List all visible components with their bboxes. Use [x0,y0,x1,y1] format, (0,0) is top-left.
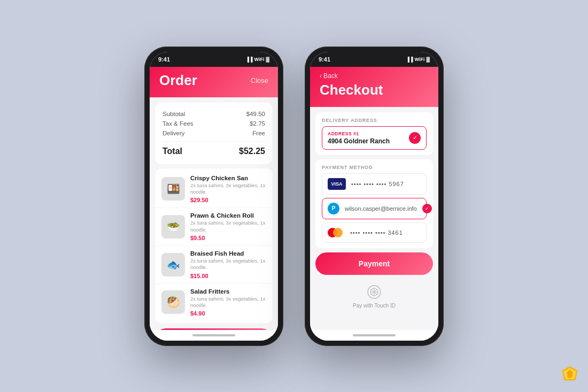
order-header: Order Close [150,67,278,97]
payment-method-visa[interactable]: VISA •••• •••• •••• 5967 [322,173,427,195]
item-name-1: Crispy Chicken San [190,175,266,181]
item-info-4: Salad Fritters 2x tuna sahimi, 3x vegeta… [190,288,266,317]
mastercard-icon [328,227,345,238]
tax-value: $2.75 [250,120,265,127]
touch-id-label: Pay with Touch ID [353,303,396,309]
phone-order: 9:41 ▐▐WiFi▓ Order Close Subtotal $49.50 [144,47,283,346]
subtotal-label: Subtotal [163,111,185,117]
address-details: ADDRESS #1 4904 Goldner Ranch [328,131,390,145]
back-button[interactable]: ‹ Back [320,72,429,80]
notch-area: 9:41 ▐▐WiFi▓ [150,52,278,67]
phone-checkout: 9:41 ▐▐WiFi▓ ‹ Back Checkout DELIVERY AD… [305,47,444,346]
mastercard-number: •••• •••• •••• 3461 [350,229,421,236]
status-icons-2: ▐▐WiFi▓ [406,57,430,62]
notch-area-2: 9:41 ▐▐WiFi▓ [310,52,438,67]
item-desc-1: 2x tuna sahimi, 3x vegetables, 1x noodle… [190,182,266,196]
delivery-section-label: DELIVERY ADDRESS [322,118,427,123]
address-check-icon: ✓ [409,132,421,144]
paypal-check-icon: ✓ [422,204,432,213]
address-tag: ADDRESS #1 [328,131,390,136]
notch-2 [347,52,401,63]
item-desc-4: 2x tuna sahimi, 3x vegetables, 1x noodle… [190,296,266,309]
payment-method-mastercard[interactable]: •••• •••• •••• 3461 [322,222,427,243]
item-price-1: $29.50 [190,197,266,203]
payment-method-paypal[interactable]: P wilson.casper@bernice.info ✓ [322,198,427,219]
touch-id-area[interactable]: Pay with Touch ID [315,279,433,311]
item-name-4: Salad Fritters [190,288,266,295]
home-indicator-2 [310,330,438,341]
order-item: 🐟 Braised Fish Head 2x tuna sahimi, 3x v… [155,246,273,284]
order-item: 🥗 Prawn & Chicken Roll 2x tuna sahimi, 3… [155,208,273,246]
notch [187,52,241,63]
total-value: $52.25 [239,147,265,156]
mc-yellow-circle [333,228,343,237]
payment-button[interactable]: Payment [315,252,433,275]
sketch-icon [561,365,578,382]
touch-id-icon [366,283,383,301]
home-indicator-1 [150,330,278,341]
item-name-2: Prawn & Chicken Roll [190,212,266,219]
tax-row: Tax & Fees $2.75 [163,119,265,128]
chevron-left-icon: ‹ [320,72,322,80]
visa-number: •••• •••• •••• 5967 [351,181,421,187]
total-row: Total $52.25 [163,145,265,158]
home-bar-2 [353,334,396,336]
item-desc-2: 2x tuna sahimi, 3x vegetables, 1x noodle… [190,220,266,233]
items-card: 🍱 Crispy Chicken San 2x tuna sahimi, 3x … [155,168,273,324]
delivery-label: Delivery [163,130,185,136]
item-image-2: 🥗 [161,215,185,239]
paypal-email: wilson.casper@bernice.info [345,205,417,212]
total-label: Total [163,147,182,156]
checkout-content: DELIVERY ADDRESS ADDRESS #1 4904 Goldner… [310,107,438,330]
status-time-2: 9:41 [319,56,330,63]
item-info-2: Prawn & Chicken Roll 2x tuna sahimi, 3x … [190,212,266,241]
item-image-3: 🐟 [161,253,185,276]
payment-section-label: PAYMENT METHOD [322,165,427,170]
order-content: Subtotal $49.50 Tax & Fees $2.75 Deliver… [150,97,278,330]
checkout-title: Checkout [320,82,383,98]
delivery-section: DELIVERY ADDRESS ADDRESS #1 4904 Goldner… [315,112,433,155]
summary-card: Subtotal $49.50 Tax & Fees $2.75 Deliver… [155,103,273,164]
item-image-1: 🍱 [161,177,185,201]
item-price-2: $9.50 [190,235,266,241]
item-info-1: Crispy Chicken San 2x tuna sahimi, 3x ve… [190,175,266,204]
status-time-1: 9:41 [158,56,170,63]
paypal-icon: P [328,203,339,214]
divider [163,141,265,142]
address-box[interactable]: ADDRESS #1 4904 Goldner Ranch ✓ [322,126,427,150]
order-item: 🍱 Crispy Chicken San 2x tuna sahimi, 3x … [155,171,273,209]
payment-section: PAYMENT METHOD VISA •••• •••• •••• 5967 … [315,159,433,248]
item-price-3: $15.00 [190,273,266,279]
address-value: 4904 Goldner Ranch [328,137,390,145]
order-item: 🥙 Salad Fritters 2x tuna sahimi, 3x vege… [155,284,273,321]
order-title: Order [159,72,197,89]
item-name-3: Braised Fish Head [190,250,266,257]
status-icons-1: ▐▐WiFi▓ [246,57,269,62]
close-button[interactable]: Close [251,76,268,84]
delivery-row: Delivery Free [163,128,265,138]
checkout-area: Checkout [150,323,278,329]
delivery-value: Free [252,130,265,136]
tax-label: Tax & Fees [163,120,194,127]
item-price-4: $4.90 [190,310,266,317]
visa-icon: VISA [328,178,346,190]
checkout-header: ‹ Back Checkout [310,67,438,107]
item-image-4: 🥙 [161,290,185,314]
item-info-3: Braised Fish Head 2x tuna sahimi, 3x veg… [190,250,266,279]
subtotal-row: Subtotal $49.50 [163,109,265,119]
item-desc-3: 2x tuna sahimi, 3x vegetables, 1x noodle… [190,258,266,271]
home-bar [192,334,235,336]
subtotal-value: $49.50 [246,111,265,117]
